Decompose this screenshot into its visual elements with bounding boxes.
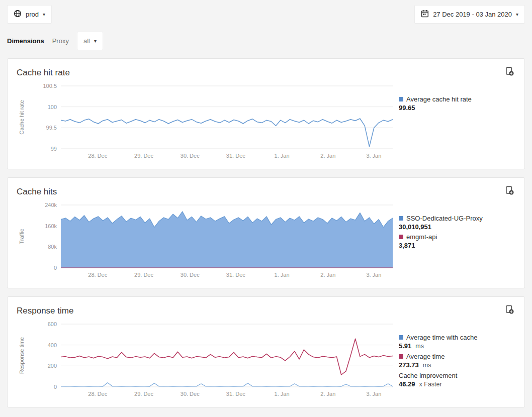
download-report-icon[interactable] — [504, 66, 515, 79]
svg-text:31. Dec: 31. Dec — [226, 272, 245, 278]
cache-hit-rate-chart: 9999.5100100.528. Dec29. Dec30. Dec31. D… — [17, 82, 399, 165]
svg-text:28. Dec: 28. Dec — [88, 272, 107, 278]
legend-suffix: ms — [423, 362, 431, 369]
svg-text:600: 600 — [48, 321, 57, 327]
svg-text:400: 400 — [48, 342, 57, 348]
legend-item[interactable]: Average cache hit rate 99.65 — [399, 95, 515, 112]
cache-hit-rate-card: Cache hit rate 9999.5100100.528. Dec29. … — [7, 58, 525, 169]
dimensions-label: Dimensions — [7, 37, 44, 45]
download-report-icon[interactable] — [504, 185, 515, 198]
svg-text:28. Dec: 28. Dec — [88, 153, 107, 159]
svg-text:29. Dec: 29. Dec — [134, 272, 153, 278]
svg-text:99: 99 — [51, 146, 57, 152]
svg-text:3. Jan: 3. Jan — [366, 153, 381, 159]
legend-label: Average time with cache — [406, 333, 477, 342]
legend-item: Cache improvement 46.29x Faster — [399, 371, 515, 389]
chevron-down-icon: ▾ — [43, 12, 45, 17]
date-range-label: 27 Dec 2019 - 03 Jan 2020 — [433, 11, 512, 18]
response-time-legend: Average time with cache 5.91ms Average t… — [399, 320, 515, 390]
calendar-icon — [421, 10, 429, 19]
svg-text:Cache hit rate: Cache hit rate — [19, 100, 25, 134]
svg-text:1. Jan: 1. Jan — [275, 272, 290, 278]
svg-text:Traffic: Traffic — [19, 229, 25, 244]
svg-text:0: 0 — [54, 265, 57, 271]
legend-suffix: ms — [415, 343, 424, 350]
chevron-down-icon: ▾ — [516, 12, 518, 17]
legend-item[interactable]: SSO-Dedicated-UG-Proxy 30,010,951 — [399, 214, 515, 231]
legend-value: 273.73 — [399, 361, 419, 369]
svg-text:1. Jan: 1. Jan — [275, 153, 290, 159]
svg-text:29. Dec: 29. Dec — [134, 391, 153, 397]
legend-swatch — [399, 216, 403, 221]
svg-text:Response time: Response time — [19, 337, 25, 374]
card-title: Response time — [17, 306, 73, 316]
card-title: Cache hit rate — [17, 68, 70, 78]
date-range-picker[interactable]: 27 Dec 2019 - 03 Jan 2020 ▾ — [414, 5, 525, 24]
globe-icon — [14, 10, 22, 19]
svg-text:2. Jan: 2. Jan — [320, 272, 335, 278]
response-time-chart: 020040060028. Dec29. Dec30. Dec31. Dec1.… — [17, 320, 399, 403]
legend-suffix: x Faster — [419, 381, 442, 388]
legend-item[interactable]: Average time with cache 5.91ms — [399, 333, 515, 351]
svg-text:3. Jan: 3. Jan — [366, 272, 381, 278]
svg-text:31. Dec: 31. Dec — [226, 391, 245, 397]
svg-text:99.5: 99.5 — [46, 125, 57, 131]
legend-value: 3,871 — [399, 242, 415, 249]
svg-text:100: 100 — [48, 104, 57, 110]
legend-item[interactable]: Average time 273.73ms — [399, 352, 515, 370]
legend-value: 99.65 — [399, 104, 415, 112]
svg-text:29. Dec: 29. Dec — [134, 153, 153, 159]
legend-swatch — [399, 97, 403, 101]
svg-text:30. Dec: 30. Dec — [181, 153, 200, 159]
environment-selector[interactable]: prod ▾ — [7, 5, 52, 24]
svg-text:240k: 240k — [45, 202, 57, 208]
svg-text:0: 0 — [54, 384, 57, 390]
cache-hits-chart: 080k160k240k28. Dec29. Dec30. Dec31. Dec… — [17, 201, 399, 284]
svg-text:1. Jan: 1. Jan — [275, 391, 290, 397]
legend-label: Average cache hit rate — [406, 95, 472, 103]
chart-svg: 080k160k240k28. Dec29. Dec30. Dec31. Dec… — [17, 201, 399, 282]
svg-text:3. Jan: 3. Jan — [366, 391, 381, 397]
card-title: Cache hits — [17, 187, 57, 197]
proxy-label: Proxy — [52, 37, 69, 45]
cache-hits-card: Cache hits 080k160k240k28. Dec29. Dec30.… — [7, 177, 525, 288]
svg-text:30. Dec: 30. Dec — [181, 272, 200, 278]
chevron-down-icon: ▾ — [94, 39, 97, 44]
legend-value: 5.91 — [399, 342, 411, 350]
svg-text:2. Jan: 2. Jan — [320, 153, 335, 159]
svg-text:200: 200 — [48, 363, 57, 369]
legend-value: 46.29 — [399, 380, 415, 388]
download-report-icon[interactable] — [504, 304, 515, 318]
legend-label: Cache improvement — [399, 371, 457, 380]
svg-text:28. Dec: 28. Dec — [88, 391, 107, 397]
environment-label: prod — [26, 11, 39, 18]
chart-svg: 9999.5100100.528. Dec29. Dec30. Dec31. D… — [17, 82, 399, 163]
proxy-filter-dropdown[interactable]: all ▾ — [77, 32, 103, 50]
legend-label: Average time — [406, 352, 445, 361]
cache-hit-rate-legend: Average cache hit rate 99.65 — [399, 82, 515, 114]
legend-label: SSO-Dedicated-UG-Proxy — [406, 214, 483, 223]
svg-text:160k: 160k — [45, 223, 57, 229]
legend-swatch — [399, 354, 403, 359]
chart-svg: 020040060028. Dec29. Dec30. Dec31. Dec1.… — [17, 320, 399, 401]
top-bar: prod ▾ 27 Dec 2019 - 03 Jan 2020 ▾ — [0, 0, 532, 24]
svg-text:80k: 80k — [48, 244, 57, 250]
svg-text:30. Dec: 30. Dec — [181, 391, 200, 397]
svg-text:2. Jan: 2. Jan — [320, 391, 335, 397]
legend-swatch — [399, 235, 403, 239]
legend-item[interactable]: emgmt-api 3,871 — [399, 233, 515, 250]
filter-bar: Dimensions Proxy all ▾ — [0, 24, 532, 55]
response-time-card: Response time 020040060028. Dec29. Dec30… — [7, 296, 525, 407]
proxy-filter-value: all — [83, 37, 90, 45]
svg-text:100.5: 100.5 — [43, 83, 57, 89]
legend-swatch — [399, 335, 403, 340]
svg-text:31. Dec: 31. Dec — [226, 153, 245, 159]
cache-hits-legend: SSO-Dedicated-UG-Proxy 30,010,951 emgmt-… — [399, 201, 515, 251]
legend-label: emgmt-api — [406, 233, 437, 241]
legend-value: 30,010,951 — [399, 223, 431, 231]
